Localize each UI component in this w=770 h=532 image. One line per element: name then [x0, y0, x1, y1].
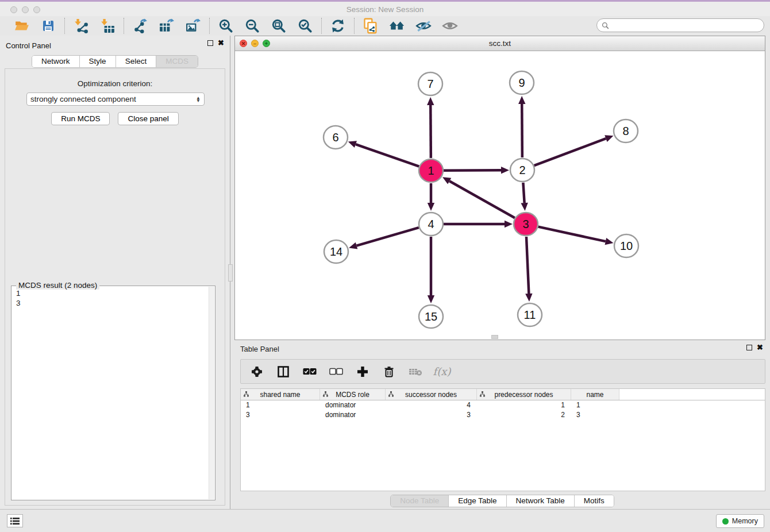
edge-3-10[interactable] — [538, 227, 605, 241]
node-label-15: 15 — [425, 310, 437, 323]
edge-arrowhead — [428, 295, 434, 303]
node-label-6: 6 — [332, 131, 338, 144]
table-cell[interactable]: 3 — [571, 411, 619, 419]
tab-network-table[interactable]: Network Table — [507, 495, 575, 507]
zoom-in-icon[interactable] — [218, 18, 234, 34]
edge-4-14[interactable] — [357, 228, 419, 246]
edge-1-7[interactable] — [430, 105, 431, 158]
tab-node-table[interactable]: Node Table — [391, 495, 449, 507]
table-cell[interactable]: 1 — [241, 401, 320, 409]
edge-1-2[interactable] — [444, 170, 501, 171]
edge-3-11[interactable] — [526, 237, 529, 294]
close-table-panel-icon[interactable]: ✖ — [757, 345, 763, 350]
split-view-icon[interactable] — [276, 365, 290, 379]
node-table[interactable]: shared nameMCDS rolesuccessor nodesprede… — [240, 388, 765, 491]
edge-2-9[interactable] — [522, 104, 522, 157]
select-all-columns-icon[interactable] — [303, 365, 317, 379]
export-table-icon[interactable] — [159, 18, 175, 34]
zoom-fit-icon[interactable] — [271, 18, 287, 34]
table-cell[interactable]: 3 — [241, 411, 320, 419]
edge-arrowhead — [521, 203, 528, 211]
column-header-name[interactable]: name — [571, 389, 619, 400]
edge-2-3[interactable] — [523, 183, 524, 203]
mcds-result-text[interactable]: 1 3 — [13, 288, 208, 499]
tab-style[interactable]: Style — [80, 56, 116, 67]
import-table-icon[interactable] — [99, 18, 116, 34]
table-panel: Table Panel ✖ — [234, 340, 770, 509]
table-cell[interactable]: dominator — [320, 401, 386, 409]
memory-button[interactable]: Memory — [716, 514, 764, 528]
close-panel-icon[interactable]: ✖ — [218, 40, 224, 46]
save-session-icon[interactable] — [40, 18, 56, 34]
hide-unselected-icon[interactable] — [415, 18, 432, 34]
open-session-icon[interactable] — [14, 18, 30, 34]
node-label-14: 14 — [330, 245, 342, 258]
table-panel-title: Table Panel — [240, 345, 279, 353]
import-network-icon[interactable] — [73, 18, 89, 34]
float-table-panel-icon[interactable] — [746, 345, 752, 350]
add-column-icon[interactable] — [356, 365, 369, 379]
task-history-button[interactable] — [7, 514, 23, 527]
export-network-icon[interactable] — [132, 18, 148, 34]
table-row[interactable]: 1dominator411 — [241, 400, 765, 410]
column-header-successor-nodes[interactable]: successor nodes — [386, 389, 477, 400]
run-mcds-button[interactable]: Run MCDS — [51, 112, 110, 125]
tab-select[interactable]: Select — [116, 56, 157, 67]
copy-network-view-icon[interactable] — [363, 18, 379, 34]
column-header-MCDS-role[interactable]: MCDS role — [320, 389, 386, 400]
chevron-up-down-icon: ▲▼ — [196, 97, 201, 102]
export-image-icon[interactable] — [185, 18, 201, 34]
search-box[interactable] — [596, 18, 764, 32]
home-view-icon[interactable] — [389, 18, 405, 34]
network-graph[interactable]: 7968124314101511 — [235, 51, 765, 340]
tab-network[interactable]: Network — [32, 56, 80, 67]
network-window-titlebar[interactable]: ✕ – + scc.txt — [235, 36, 765, 51]
memory-status-icon — [722, 518, 729, 525]
edge-arrowhead — [505, 221, 513, 228]
optimization-criterion-select[interactable]: strongly connected component ▲▼ — [26, 92, 205, 106]
zoom-out-icon[interactable] — [244, 18, 260, 34]
table-row[interactable]: 3dominator323 — [241, 410, 765, 420]
table-cell[interactable]: 3 — [386, 411, 477, 419]
table-cell[interactable]: 1 — [571, 401, 619, 409]
table-cell[interactable]: dominator — [320, 411, 386, 419]
network-title: scc.txt — [235, 39, 765, 48]
tab-motifs[interactable]: Motifs — [575, 495, 614, 507]
edge-arrowhead — [427, 97, 434, 105]
selected-criterion: strongly connected component — [30, 95, 196, 103]
close-panel-button[interactable]: Close panel — [118, 112, 178, 125]
main-toolbar — [0, 16, 770, 36]
show-all-icon[interactable] — [442, 18, 458, 34]
node-label-3: 3 — [522, 218, 529, 230]
search-icon — [602, 22, 609, 29]
refresh-layout-icon[interactable] — [330, 18, 346, 34]
control-panel: Control Panel ✖ NetworkStyleSelectMCDS O… — [0, 36, 230, 509]
deselect-all-columns-icon[interactable] — [329, 365, 343, 379]
column-header-predecessor-nodes[interactable]: predecessor nodes — [477, 389, 571, 400]
settings-gear-icon[interactable] — [250, 365, 264, 379]
mcds-result-box: MCDS result (2 nodes) 1 3 — [11, 286, 215, 500]
edge-3-1[interactable] — [449, 181, 515, 218]
zoom-selected-icon[interactable] — [297, 18, 313, 34]
edge-arrowhead — [349, 242, 357, 249]
edge-1-6[interactable] — [356, 144, 419, 167]
table-tabs: Node TableEdge TableNetwork TableMotifs — [390, 495, 614, 507]
panel-splitter-handle[interactable] — [228, 264, 233, 282]
result-scrollbar[interactable] — [209, 287, 214, 499]
table-cell[interactable]: 2 — [477, 411, 571, 419]
table-cell[interactable]: 4 — [386, 401, 477, 409]
memory-label: Memory — [732, 517, 758, 525]
network-canvas[interactable]: 7968124314101511 — [235, 51, 765, 340]
column-header-shared-name[interactable]: shared name — [241, 389, 320, 400]
tab-edge-table[interactable]: Edge Table — [449, 495, 506, 507]
float-panel-icon[interactable] — [207, 40, 213, 46]
table-toolbar: f(x) — [240, 359, 765, 384]
table-cell[interactable]: 1 — [477, 401, 571, 409]
delete-columns-icon[interactable] — [382, 365, 396, 379]
tab-mcds[interactable]: MCDS — [156, 56, 198, 67]
edge-arrowhead — [501, 167, 509, 174]
edge-arrowhead — [605, 135, 613, 142]
edge-2-8[interactable] — [534, 138, 606, 165]
search-input[interactable] — [612, 20, 764, 31]
canvas-resize-handle[interactable] — [491, 335, 498, 339]
